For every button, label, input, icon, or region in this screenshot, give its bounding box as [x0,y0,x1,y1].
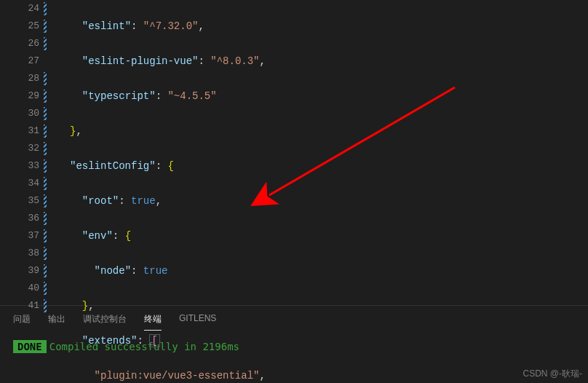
git-change-decoration [44,264,47,277]
git-change-decoration [44,107,47,120]
panel-tab-输出[interactable]: 输出 [48,313,65,331]
line-number: 29 [0,87,39,105]
line-number: 28 [0,70,39,87]
git-change-decoration [44,72,47,85]
line-number: 39 [0,262,39,280]
editor-area: 242526272829303132333435363738394041 "es… [0,0,588,305]
git-change-decoration [44,212,47,225]
code-line: "typescript": "~4.5.5" [70,87,588,105]
git-change-decoration [44,229,47,242]
code-line: "node": true [70,262,588,280]
git-change-decoration [44,282,47,295]
git-change-decoration [44,177,47,190]
line-number: 25 [0,17,39,35]
code-content[interactable]: "eslint": "^7.32.0", "eslint-plugin-vue"… [52,0,588,305]
watermark: CSDN @-耿瑞- [523,368,582,380]
git-change-decoration [44,20,47,33]
git-change-decoration [44,194,47,208]
git-change-decoration [44,37,47,50]
code-line: "root": true, [70,192,588,210]
code-line: }, [70,297,588,315]
line-number: 40 [0,280,39,297]
git-change-decoration [44,90,47,103]
line-number: 27 [0,52,39,70]
line-number: 34 [0,175,39,192]
git-change-decoration [44,125,47,138]
git-change-decoration [44,159,47,173]
line-number: 41 [0,297,39,315]
code-line: }, [70,122,588,140]
line-number: 24 [0,0,39,17]
code-line: "eslintConfig": { [70,157,588,175]
code-line: "eslint": "^7.32.0", [70,17,588,35]
panel-tab-问题[interactable]: 问题 [13,313,31,331]
line-number: 36 [0,210,39,227]
git-change-decoration [44,142,47,155]
line-number-gutter: 242526272829303132333435363738394041 [0,0,52,305]
code-line: "eslint-plugin-vue": "^8.0.3", [70,52,588,70]
line-number: 31 [0,122,39,140]
line-number: 30 [0,105,39,122]
line-number: 33 [0,157,39,175]
code-line: "env": { [70,227,588,245]
code-line: "plugin:vue/vue3-essential", [70,367,588,383]
git-change-decoration [44,299,47,312]
line-number: 26 [0,35,39,52]
done-badge: DONE [13,340,47,353]
line-number: 32 [0,140,39,157]
git-change-decoration [44,247,47,260]
line-number: 37 [0,227,39,245]
code-line: "extends": [ [70,332,588,350]
git-change-decoration [44,2,47,15]
line-number: 35 [0,192,39,210]
line-number: 38 [0,245,39,262]
